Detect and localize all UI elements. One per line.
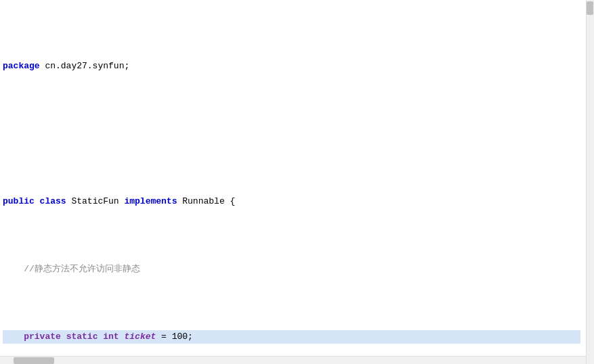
vertical-scrollbar-thumb[interactable] <box>587 1 593 15</box>
horizontal-scrollbar[interactable] <box>0 356 586 364</box>
code-content: package cn.day27.synfun; public class St… <box>0 3 594 364</box>
horizontal-scrollbar-thumb[interactable] <box>14 357 54 364</box>
editor-container: package cn.day27.synfun; public class St… <box>0 0 594 364</box>
code-line-4: //静态方法不允许访问非静态 <box>3 263 580 276</box>
vertical-scrollbar[interactable] <box>586 0 594 364</box>
code-line-5: private static int ticket = 100; <box>3 330 580 344</box>
code-line-1: package cn.day27.synfun; <box>3 60 580 73</box>
code-line-2 <box>3 127 580 141</box>
code-area[interactable]: package cn.day27.synfun; public class St… <box>0 0 594 364</box>
code-line-3: public class StaticFun implements Runnab… <box>3 195 580 208</box>
